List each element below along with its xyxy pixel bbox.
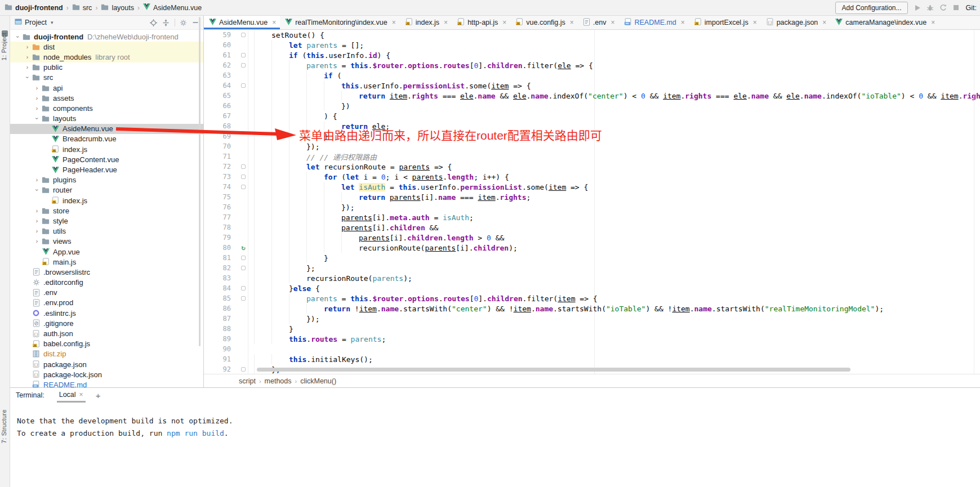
tree-item-auth-json[interactable]: {}auth.json	[10, 328, 203, 338]
line-number[interactable]: 85	[204, 294, 239, 302]
tree-item-readme-md[interactable]: MDREADME.md	[10, 379, 203, 387]
fold-marker-icon[interactable]	[241, 256, 246, 260]
close-icon[interactable]: ×	[392, 19, 396, 26]
git-label[interactable]: Git:	[966, 4, 977, 12]
tab-env[interactable]: .env×	[578, 16, 619, 29]
close-icon[interactable]: ×	[444, 19, 448, 26]
line-number[interactable]: 76	[204, 203, 239, 211]
npm-run-build-link[interactable]: npm run build	[167, 429, 224, 437]
code-line-75[interactable]: 75return parents[i].name === item.rights…	[204, 192, 980, 202]
line-number[interactable]: 70	[204, 142, 239, 150]
line-number[interactable]: 91	[204, 355, 239, 363]
tree-item-index-js[interactable]: JSindex.js	[10, 195, 203, 205]
line-number[interactable]: 86	[204, 305, 239, 312]
code-line-85[interactable]: 85parents = this.$router.options.routes[…	[204, 293, 980, 303]
line-number[interactable]: 89	[204, 335, 239, 343]
chevron-icon[interactable]: ›	[34, 228, 40, 234]
code-line-89[interactable]: 89this.routes = parents;	[204, 334, 980, 344]
tree-item-api[interactable]: ›api	[10, 83, 203, 93]
code-line-72[interactable]: 72let recursionRoute = parents => {	[204, 162, 980, 172]
chevron-icon[interactable]: ›	[34, 115, 40, 122]
toolwindow-button-structure[interactable]: 7: Structure	[1, 409, 7, 443]
tree-item-store[interactable]: ›store	[10, 205, 203, 216]
fold-marker-icon[interactable]	[241, 33, 246, 37]
code-line-81[interactable]: 81}	[204, 253, 980, 263]
tree-item-pagecontent-vue[interactable]: PageContent.vue	[10, 154, 203, 164]
chevron-icon[interactable]: ›	[34, 218, 40, 224]
tree-item-editorconfig[interactable]: .editorconfig	[10, 278, 203, 288]
tree-item-dist[interactable]: ›dist	[10, 42, 203, 52]
line-number[interactable]: 82	[204, 264, 239, 272]
line-number[interactable]: 63	[204, 72, 239, 79]
code-line-87[interactable]: 87});	[204, 314, 980, 324]
tree-item-env[interactable]: .env	[10, 288, 203, 298]
fold-marker-icon[interactable]	[241, 266, 246, 270]
tree-item-style[interactable]: ›style	[10, 216, 203, 226]
line-number[interactable]: 67	[204, 112, 239, 120]
tree-item-env-prod[interactable]: .env.prod	[10, 298, 203, 308]
target-icon[interactable]	[149, 18, 158, 27]
toolwindow-button-project[interactable]: 1: Project	[1, 33, 7, 60]
code-line-78[interactable]: 78parents[i].children &&	[204, 222, 980, 233]
chevron-icon[interactable]: ›	[34, 187, 40, 193]
code-line-60[interactable]: 60let parents = [];	[204, 40, 980, 50]
close-icon[interactable]: ×	[79, 391, 83, 399]
editor-breadcrumb-clickmenu[interactable]: clickMenu()	[300, 377, 336, 385]
line-number[interactable]: 83	[204, 274, 239, 282]
code-line-77[interactable]: 77parents[i].meta.auth = isAuth;	[204, 212, 980, 222]
tree-item-router[interactable]: ›router	[10, 185, 203, 195]
line-number[interactable]: 74	[204, 183, 239, 191]
close-icon[interactable]: ×	[502, 19, 506, 26]
line-number[interactable]: 62	[204, 61, 239, 69]
project-tree-scrollbar[interactable]	[199, 17, 201, 346]
code-line-79[interactable]: 79parents[i].children.length > 0 &&	[204, 233, 980, 243]
code-line-90[interactable]: 90	[204, 344, 980, 354]
fold-marker-icon[interactable]	[241, 53, 246, 57]
line-number[interactable]: 65	[204, 92, 239, 100]
tree-item-index-js[interactable]: JSindex.js	[10, 144, 203, 154]
tree-item-dist-zip[interactable]: dist.zip	[10, 349, 203, 359]
tree-item-gitignore[interactable]: .gitignore	[10, 318, 203, 328]
tree-item-package-json[interactable]: {}package.json	[10, 359, 203, 369]
code-line-74[interactable]: 74let isAuth = this.userInfo.permissionL…	[204, 182, 980, 192]
line-number[interactable]: 73	[204, 173, 239, 181]
close-icon[interactable]: ×	[931, 19, 935, 26]
code-line-70[interactable]: 70});	[204, 141, 980, 151]
tree-item-main-js[interactable]: JSmain.js	[10, 257, 203, 267]
close-icon[interactable]: ×	[272, 19, 276, 26]
new-terminal-button[interactable]: +	[96, 391, 101, 400]
chevron-icon[interactable]: ›	[24, 74, 30, 81]
close-icon[interactable]: ×	[681, 19, 685, 26]
line-number[interactable]: 92	[204, 365, 239, 373]
line-number[interactable]: 87	[204, 315, 239, 323]
code-line-82[interactable]: 82};	[204, 263, 980, 273]
tree-item-layouts[interactable]: ›layouts	[10, 114, 203, 124]
fold-marker-icon[interactable]	[241, 286, 246, 291]
tree-item-node-modules[interactable]: ›node_moduleslibrary root	[10, 52, 203, 62]
chevron-icon[interactable]: ›	[34, 238, 40, 244]
tree-item-asidemenu-vue[interactable]: AsideMenu.vue	[10, 124, 203, 134]
tab-realtimemonitoring-index-vue[interactable]: realTimeMonitoring\index.vue×	[280, 16, 400, 29]
line-number[interactable]: 77	[204, 213, 239, 221]
line-number[interactable]: 72	[204, 163, 239, 171]
project-view-dropdown[interactable]: Project ▾	[15, 18, 53, 27]
fold-marker-icon[interactable]	[241, 367, 246, 372]
line-number[interactable]: 61	[204, 51, 239, 59]
code-line-91[interactable]: 91this.initialKeys();	[204, 354, 980, 364]
breadcrumb-item-layouts[interactable]: layouts	[101, 3, 134, 12]
close-icon[interactable]: ×	[753, 19, 757, 26]
fold-marker-icon[interactable]	[241, 296, 246, 301]
tree-item-duoji-frontend[interactable]: ›duoji-frontendD:\zheheWeb\duoji-fronten…	[10, 32, 203, 42]
line-number[interactable]: 71	[204, 153, 239, 160]
debug-icon[interactable]	[926, 4, 934, 12]
tree-item-eslintrc-js[interactable]: .eslintrc.js	[10, 308, 203, 318]
add-configuration-button[interactable]: Add Configuration...	[835, 2, 907, 14]
line-number[interactable]: 80	[204, 244, 239, 252]
chevron-icon[interactable]: ›	[34, 208, 40, 214]
line-number[interactable]: 75	[204, 193, 239, 201]
code-line-69[interactable]: 69}	[204, 131, 980, 141]
line-number[interactable]: 81	[204, 254, 239, 262]
tree-item-components[interactable]: ›components	[10, 103, 203, 113]
line-number[interactable]: 90	[204, 345, 239, 353]
run-icon[interactable]	[914, 4, 921, 12]
